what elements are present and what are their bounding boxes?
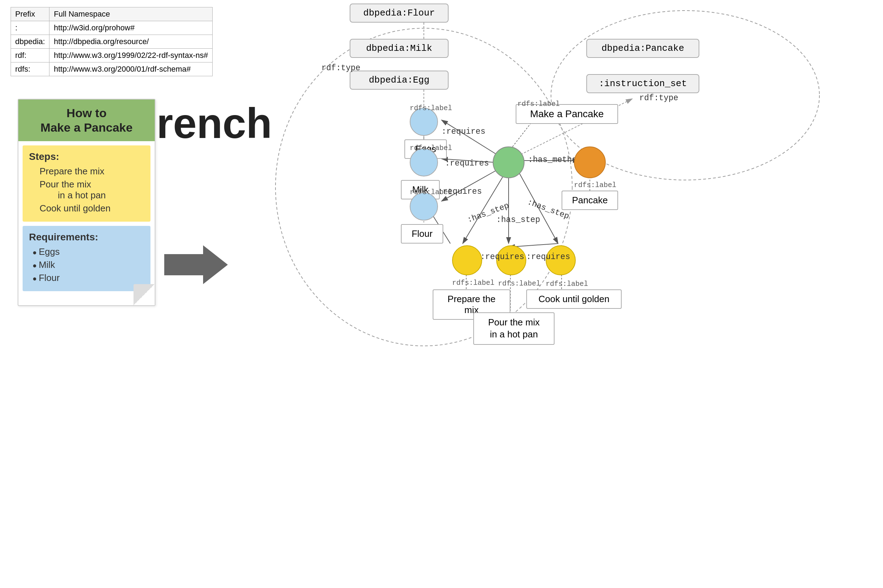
requires-eggs-label: :requires	[441, 127, 485, 136]
rdfs-label-cook: rdfs:label	[546, 280, 588, 288]
recipe-steps-title: Steps:	[29, 151, 144, 162]
recipe-req-list: Eggs Milk Flour	[29, 246, 144, 284]
node-pancake-label: Pancake	[562, 190, 618, 210]
circle-center-green	[493, 147, 525, 178]
requires-cook-label: :requires	[526, 252, 570, 261]
node-cook-label: Cook until golden	[526, 290, 622, 309]
has-method-label: :has_method	[528, 155, 582, 165]
prefix-colon: :	[11, 21, 50, 35]
recipe-card-title: How toMake a Pancake	[18, 99, 155, 141]
ns-prohow: http://w3id.org/prohow#	[50, 21, 213, 35]
svg-line-9	[441, 170, 498, 201]
rdfs-label-make: rdfs:label	[517, 100, 560, 108]
requires-prepare-label: :requires	[480, 252, 524, 261]
step-1: Prepare the mix	[39, 166, 144, 177]
node-dbpedia-milk: dbpedia:Milk	[350, 39, 448, 58]
ns-dbpedia: http://dbpedia.org/resource/	[50, 35, 213, 49]
ns-rdfs: http://www.w3.org/2000/01/rdf-schema#	[50, 63, 213, 76]
node-dbpedia-flour: dbpedia:Flour	[350, 3, 448, 22]
node-dbpedia-pancake: dbpedia:Pancake	[586, 39, 699, 58]
circle-flour	[410, 192, 438, 220]
recipe-steps-list: Prepare the mix Pour the mix in a hot pa…	[29, 166, 144, 214]
requires-flour-label: :requires	[438, 187, 482, 196]
recipe-req-title: Requirements:	[29, 231, 144, 243]
node-dbpedia-egg: dbpedia:Egg	[350, 70, 448, 90]
node-flour-label: Flour	[401, 224, 443, 243]
node-pour-label: Pour the mixin a hot pan	[473, 312, 555, 345]
req-flour: Flour	[29, 273, 144, 284]
recipe-requirements-section: Requirements: Eggs Milk Flour	[23, 226, 150, 291]
table-header-namespace: Full Namespace	[50, 8, 213, 21]
req-eggs: Eggs	[29, 246, 144, 257]
node-instruction-set: :instruction_set	[586, 74, 699, 93]
rdf-type-label-left: rdf:type	[321, 63, 360, 73]
recipe-steps-section: Steps: Prepare the mix Pour the mix in a…	[23, 146, 150, 222]
step-2: Pour the mix in a hot pan	[39, 179, 144, 201]
req-milk: Milk	[29, 260, 144, 270]
graph-container: dbpedia:Flour dbpedia:Milk dbpedia:Egg d…	[198, 0, 869, 588]
circle-prepare	[452, 245, 482, 275]
recipe-card: How toMake a Pancake Steps: Prepare the …	[18, 99, 155, 306]
rdf-type-label-right: rdf:type	[639, 93, 678, 103]
has-step-2-label: :has_step	[496, 215, 540, 225]
namespace-table: Prefix Full Namespace : http://w3id.org/…	[11, 7, 213, 76]
step-3: Cook until golden	[39, 203, 144, 214]
rdfs-label-pour: rdfs:label	[498, 279, 540, 288]
prefix-rdfs: rdfs:	[11, 63, 50, 76]
prefix-rdf: rdf:	[11, 49, 50, 63]
table-header-prefix: Prefix	[11, 8, 50, 21]
ns-rdf: http://www.w3.org/1999/02/22-rdf-syntax-…	[50, 49, 213, 63]
circle-milk	[410, 148, 438, 177]
rdfs-label-prepare: rdfs:label	[452, 279, 495, 287]
circle-pancake-orange	[574, 147, 606, 178]
rdfs-label-eggs: rdfs:label	[410, 104, 452, 112]
rdfs-label-pancake: rdfs:label	[574, 181, 616, 189]
requires-milk-label: :requires	[445, 159, 489, 168]
rdfs-label-milk: rdfs:label	[410, 144, 452, 152]
prefix-dbpedia: dbpedia:	[11, 35, 50, 49]
